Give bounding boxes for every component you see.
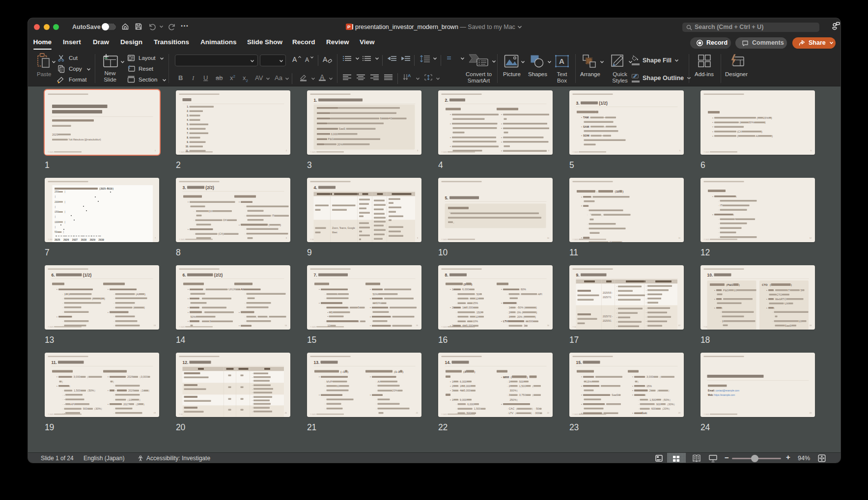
svg-text:A: A: [559, 57, 564, 65]
svg-text:A: A: [408, 73, 411, 78]
